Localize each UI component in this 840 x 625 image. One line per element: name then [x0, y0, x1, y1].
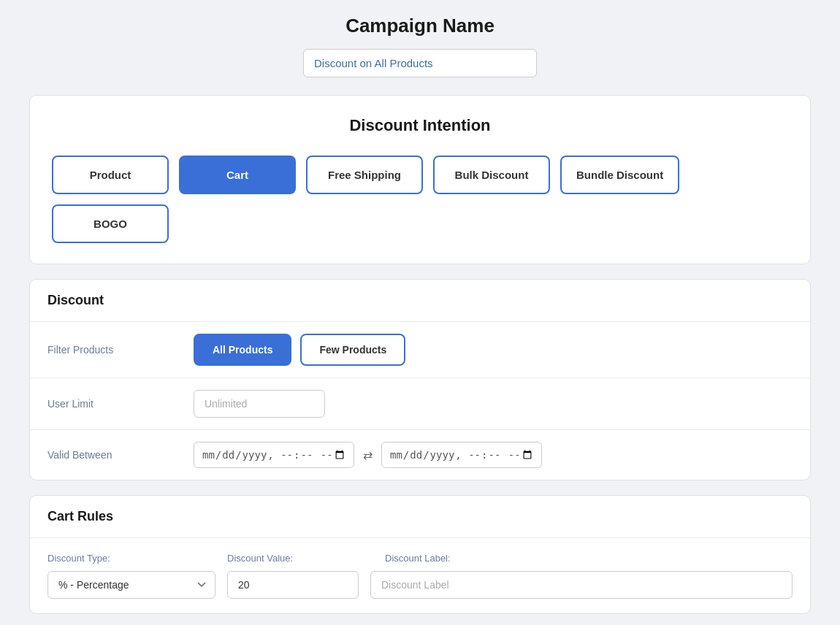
user-limit-label: User Limit [47, 398, 194, 410]
campaign-name-input[interactable] [303, 49, 537, 77]
filter-few-products-btn[interactable]: Few Products [300, 334, 405, 366]
intention-btn-bogo[interactable]: BOGO [52, 204, 169, 243]
cart-rules-labels: Discount Type: Discount Value: Discount … [47, 553, 793, 564]
discount-label-input[interactable] [370, 571, 793, 599]
valid-between-value: ⇄ [194, 442, 793, 468]
discount-value-label: Discount Value: [227, 553, 373, 564]
campaign-name-wrapper [29, 49, 811, 77]
filter-products-row: Filter Products All Products Few Product… [30, 322, 810, 378]
cart-rules-header: Cart Rules [30, 496, 810, 538]
filter-products-label: Filter Products [47, 344, 194, 356]
user-limit-input[interactable] [194, 390, 325, 418]
intention-btn-cart[interactable]: Cart [179, 156, 296, 194]
discount-card-header: Discount [30, 280, 810, 322]
discount-type-select[interactable]: % - Percentage $ - Fixed Amount [47, 571, 215, 599]
discount-intention-card: Discount Intention Product Cart Free Shi… [29, 95, 811, 264]
intention-btn-bulk-discount[interactable]: Bulk Discount [433, 156, 550, 194]
intention-btn-bundle-discount[interactable]: Bundle Discount [560, 156, 679, 194]
cart-rules-inputs: % - Percentage $ - Fixed Amount [47, 571, 793, 599]
filter-all-products-btn[interactable]: All Products [194, 334, 291, 366]
valid-between-row: Valid Between ⇄ [30, 430, 810, 480]
intention-btn-free-shipping[interactable]: Free Shipping [306, 156, 423, 194]
discount-label-label: Discount Label: [385, 553, 793, 564]
discount-section-title: Discount [47, 293, 104, 307]
valid-between-label: Valid Between [47, 449, 194, 461]
cart-rules-card: Cart Rules Discount Type: Discount Value… [29, 495, 811, 614]
user-limit-row: User Limit [30, 378, 810, 430]
valid-between-end-input[interactable] [381, 442, 542, 468]
page-title: Campaign Name [29, 15, 811, 37]
discount-intention-buttons: Product Cart Free Shipping Bulk Discount… [52, 156, 788, 243]
discount-intention-title: Discount Intention [52, 116, 788, 135]
discount-type-label: Discount Type: [47, 553, 215, 564]
intention-btn-product[interactable]: Product [52, 156, 169, 194]
filter-products-value: All Products Few Products [194, 334, 793, 366]
discount-value-input[interactable] [227, 571, 359, 599]
discount-card: Discount Filter Products All Products Fe… [29, 279, 811, 480]
user-limit-value [194, 390, 793, 418]
cart-rules-content: Discount Type: Discount Value: Discount … [30, 538, 810, 613]
cart-rules-title: Cart Rules [47, 509, 113, 524]
arrows-icon: ⇄ [363, 448, 373, 462]
valid-between-start-input[interactable] [194, 442, 354, 468]
